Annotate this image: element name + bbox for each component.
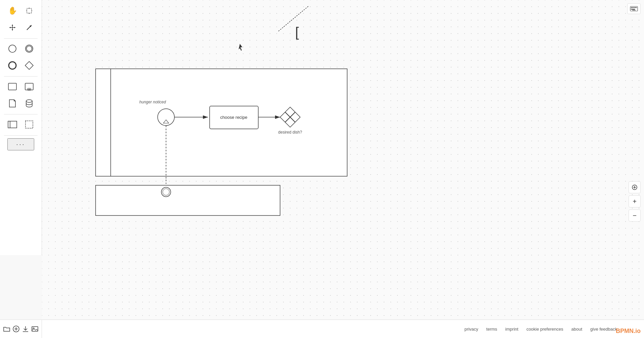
choose-recipe-label: choose recipe [220,115,248,120]
footer: privacy terms imprint cookie preferences… [42,320,644,338]
svg-rect-24 [8,121,17,128]
zoom-out-button[interactable]: − [629,209,641,222]
hand-tool[interactable]: ✋ [5,3,20,18]
svg-marker-7 [12,25,13,26]
dotted-line-decorative [278,6,309,31]
move-tool[interactable] [5,20,20,35]
keyboard-button[interactable] [627,3,641,14]
bracket-shape: [ [295,25,299,40]
lane-tool[interactable] [5,117,20,132]
intermediate-event-tool[interactable] [22,41,37,56]
svg-marker-10 [14,27,15,28]
svg-marker-17 [25,61,33,69]
svg-rect-45 [632,9,633,10]
svg-rect-46 [634,9,635,10]
svg-rect-43 [636,7,637,8]
svg-marker-8 [12,29,13,31]
add-button[interactable] [12,323,20,335]
select-tool[interactable] [22,3,37,18]
folder-button[interactable] [3,323,10,335]
svg-point-13 [9,45,16,52]
zoom-out-icon: − [633,212,637,219]
imprint-link[interactable]: imprint [505,327,518,332]
privacy-link[interactable]: privacy [465,327,478,332]
svg-point-16 [9,62,16,69]
svg-rect-40 [632,7,633,8]
diagram-svg: [ hunger noticed choose recipe [42,0,644,319]
zoom-in-button[interactable]: + [629,195,641,207]
arrow-tool[interactable] [22,20,37,35]
svg-rect-0 [27,8,32,13]
image-button[interactable] [31,323,39,335]
svg-point-15 [26,46,32,51]
bottom-toolbar [0,320,42,338]
bpmn-logo: BPMN.io [616,328,641,335]
zoom-in-icon: + [633,198,637,205]
cookie-preferences-link[interactable]: cookie preferences [526,327,563,332]
desired-dish-label: desired dish? [278,130,302,135]
svg-point-23 [26,100,32,102]
selection-tool[interactable] [22,117,37,132]
document-tool[interactable] [5,96,20,111]
start-event-tool[interactable] [5,41,20,56]
diagram-canvas[interactable]: [ hunger noticed choose recipe [42,0,644,319]
svg-rect-32 [32,327,38,331]
svg-rect-47 [632,10,636,10]
svg-rect-26 [25,121,33,128]
database-tool[interactable] [22,96,37,111]
give-feedback-link[interactable]: give feedback [590,327,617,332]
svg-rect-39 [631,7,632,8]
left-toolbar: ✋ [0,0,42,255]
svg-rect-18 [8,83,16,90]
subprocess-tool[interactable] [22,79,37,94]
svg-marker-9 [9,27,11,28]
download-button[interactable] [22,323,29,335]
end-event-tool[interactable] [5,58,20,73]
svg-rect-41 [634,7,635,8]
gateway-tool[interactable] [22,58,37,73]
about-link[interactable]: about [571,327,582,332]
more-tools-button[interactable]: ··· [7,138,34,150]
lower-lane[interactable] [96,185,280,215]
cursor-indicator [238,44,243,51]
task-tool[interactable] [5,79,20,94]
zoom-controls: + − [629,181,641,222]
hunger-noticed-label: hunger noticed [139,100,166,104]
terms-link[interactable]: terms [486,327,497,332]
intermediate-event-inner [163,189,169,195]
svg-rect-42 [635,7,636,8]
svg-rect-44 [631,9,632,10]
zoom-fit-button[interactable] [629,181,641,193]
